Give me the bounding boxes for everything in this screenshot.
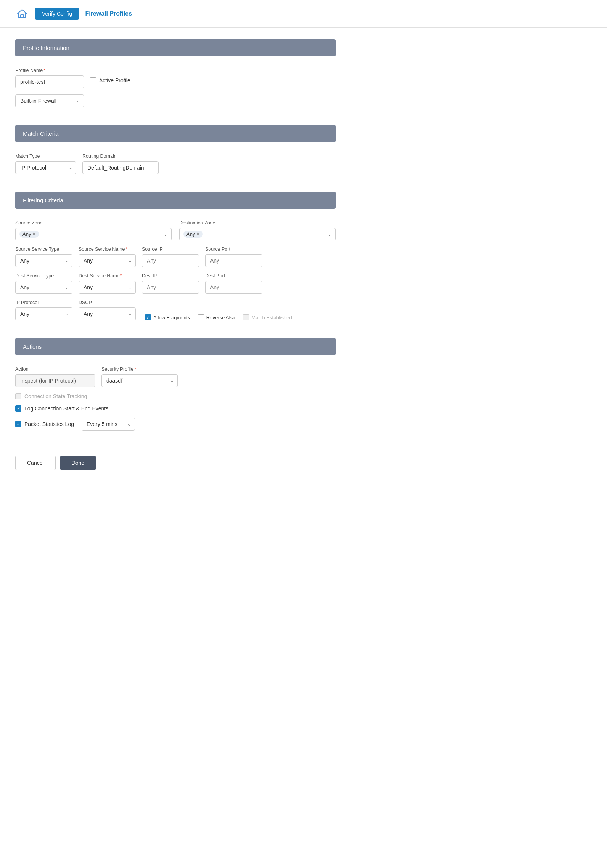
cancel-button[interactable]: Cancel — [15, 456, 56, 470]
routing-domain-col: Routing Domain — [82, 154, 159, 174]
match-established-checkbox[interactable] — [243, 314, 249, 320]
zone-row: Source Zone Any ✕ ⌄ Destination Zone Any — [15, 220, 336, 240]
dest-ip-col: Dest IP — [142, 273, 199, 294]
source-zone-tag-close-icon[interactable]: ✕ — [32, 232, 36, 237]
dest-zone-col: Destination Zone Any ✕ ⌄ — [179, 220, 336, 240]
dest-service-type-col: Dest Service Type Any ⌄ — [15, 273, 72, 294]
connection-state-tracking-row: Connection State Tracking — [15, 393, 336, 399]
log-packet-checkbox[interactable] — [15, 421, 21, 427]
source-zone-tag[interactable]: Any ✕ — [19, 231, 39, 238]
dest-port-label: Dest Port — [205, 273, 262, 279]
done-button[interactable]: Done — [60, 456, 96, 470]
profile-name-label: Profile Name* — [15, 68, 336, 73]
source-service-type-col: Source Service Type Any ⌄ — [15, 247, 72, 267]
source-service-name-label: Source Service Name* — [79, 247, 136, 252]
dest-zone-tag[interactable]: Any ✕ — [183, 231, 203, 238]
firewall-type-wrapper: Built-in Firewall ⌄ — [15, 94, 84, 107]
action-col: Action — [15, 367, 95, 387]
routing-domain-label: Routing Domain — [82, 154, 159, 159]
dest-port-input[interactable] — [205, 281, 262, 294]
allow-fragments-label: Allow Fragments — [153, 315, 190, 320]
log-packet-row: Packet Statistics Log Every 5 mins ⌄ — [15, 418, 336, 431]
svg-rect-1 — [21, 15, 24, 18]
actions-section: Actions Action Security Profile* daasdf — [15, 338, 336, 444]
filtering-criteria-section: Filtering Criteria Source Zone Any ✕ ⌄ D — [15, 192, 336, 334]
source-ip-col: Source IP — [142, 247, 199, 267]
actions-header: Actions — [15, 338, 336, 355]
dscp-col: DSCP Any ⌄ — [79, 300, 136, 320]
profile-name-input[interactable] — [15, 75, 84, 88]
firewall-profiles-link[interactable]: Firewall Profiles — [85, 10, 132, 17]
log-packet-label: Packet Statistics Log — [24, 421, 74, 427]
reverse-also-item: Reverse Also — [198, 314, 236, 320]
ip-protocol-select[interactable]: Any — [15, 307, 72, 320]
log-connection-label: Log Connection Start & End Events — [24, 405, 108, 412]
match-type-col: Match Type IP Protocol ⌄ — [15, 154, 76, 174]
match-established-item: Match Established — [243, 314, 292, 320]
dest-zone-label: Destination Zone — [179, 220, 336, 226]
action-input — [15, 374, 95, 387]
dest-ip-label: Dest IP — [142, 273, 199, 279]
security-profile-col: Security Profile* daasdf ⌄ — [101, 367, 178, 387]
dest-service-row: Dest Service Type Any ⌄ Dest Service Nam… — [15, 273, 336, 294]
routing-domain-input[interactable] — [82, 161, 159, 174]
home-icon[interactable] — [15, 7, 29, 21]
allow-fragments-checkbox[interactable] — [145, 314, 151, 320]
match-established-label: Match Established — [251, 315, 292, 320]
reverse-also-checkbox[interactable] — [198, 314, 204, 320]
reverse-also-label: Reverse Also — [206, 315, 236, 320]
source-zone-chevron-icon: ⌄ — [164, 232, 167, 237]
source-service-type-select[interactable]: Any — [15, 254, 72, 267]
action-label: Action — [15, 367, 95, 372]
protocol-dscp-row: IP Protocol Any ⌄ DSCP Any ⌄ — [15, 300, 336, 320]
profile-info-header: Profile Information — [15, 39, 336, 56]
dest-zone-select[interactable]: Any ✕ ⌄ — [179, 228, 336, 240]
ip-protocol-label: IP Protocol — [15, 300, 72, 305]
match-criteria-header: Match Criteria — [15, 125, 336, 142]
source-service-type-label: Source Service Type — [15, 247, 72, 252]
active-profile-label: Active Profile — [99, 77, 130, 83]
dest-ip-input[interactable] — [142, 281, 199, 294]
flags-group: Allow Fragments Reverse Also Match Estab… — [145, 314, 292, 320]
source-ip-input[interactable] — [142, 254, 199, 267]
connection-state-label: Connection State Tracking — [24, 393, 87, 399]
source-zone-select[interactable]: Any ✕ ⌄ — [15, 228, 172, 240]
match-type-label: Match Type — [15, 154, 76, 159]
top-bar: Verify Config Firewall Profiles — [0, 0, 607, 28]
match-criteria-section: Match Criteria Match Type IP Protocol ⌄ … — [15, 125, 336, 188]
match-type-wrapper: IP Protocol ⌄ — [15, 161, 76, 174]
firewall-type-select[interactable]: Built-in Firewall — [15, 94, 84, 107]
dest-port-col: Dest Port — [205, 273, 262, 294]
log-packet-interval-select[interactable]: Every 5 mins — [82, 418, 135, 431]
dscp-label: DSCP — [79, 300, 136, 305]
source-service-row: Source Service Type Any ⌄ Source Service… — [15, 247, 336, 267]
dest-zone-chevron-icon: ⌄ — [328, 232, 331, 237]
profile-information-section: Profile Information Profile Name* Active… — [15, 39, 336, 121]
bottom-buttons: Cancel Done — [15, 448, 336, 485]
dest-service-name-col: Dest Service Name* Any ⌄ — [79, 273, 136, 294]
match-type-select[interactable]: IP Protocol — [15, 161, 76, 174]
allow-fragments-item: Allow Fragments — [145, 314, 190, 320]
log-connection-row: Log Connection Start & End Events — [15, 405, 336, 412]
source-port-input[interactable] — [205, 254, 262, 267]
source-port-label: Source Port — [205, 247, 262, 252]
dest-service-type-label: Dest Service Type — [15, 273, 72, 279]
connection-state-checkbox[interactable] — [15, 393, 21, 399]
active-profile-checkbox[interactable] — [90, 77, 96, 83]
security-profile-select[interactable]: daasdf — [101, 374, 178, 387]
active-profile-row: Active Profile — [90, 77, 130, 86]
dest-service-name-select[interactable]: Any — [79, 281, 136, 294]
log-connection-checkbox[interactable] — [15, 405, 21, 412]
filtering-criteria-header: Filtering Criteria — [15, 192, 336, 209]
dscp-select[interactable]: Any — [79, 307, 136, 320]
source-zone-col: Source Zone Any ✕ ⌄ — [15, 220, 172, 240]
ip-protocol-col: IP Protocol Any ⌄ — [15, 300, 72, 320]
verify-config-button[interactable]: Verify Config — [35, 8, 79, 20]
source-zone-label: Source Zone — [15, 220, 172, 226]
security-profile-label: Security Profile* — [101, 367, 178, 372]
source-service-name-col: Source Service Name* Any ⌄ — [79, 247, 136, 267]
dest-zone-tag-close-icon[interactable]: ✕ — [196, 232, 200, 237]
source-ip-label: Source IP — [142, 247, 199, 252]
dest-service-type-select[interactable]: Any — [15, 281, 72, 294]
source-service-name-select[interactable]: Any — [79, 254, 136, 267]
